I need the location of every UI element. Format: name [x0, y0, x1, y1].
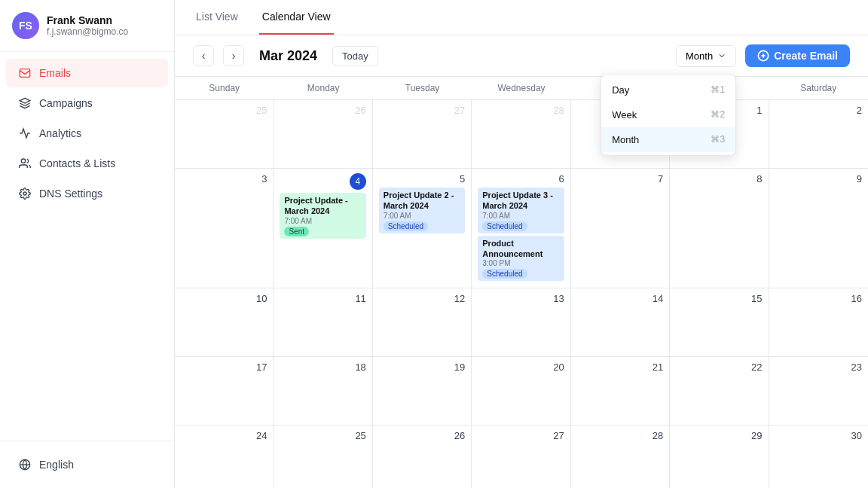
dropdown-item-month[interactable]: Month ⌘3	[601, 127, 735, 152]
today-button[interactable]: Today	[332, 46, 378, 66]
day-number: 25	[181, 105, 267, 116]
sidebar-item-dns-label: DNS Settings	[39, 188, 102, 200]
week-shortcut: ⌘2	[711, 109, 725, 120]
day-cell-w1-d6[interactable]: 9	[769, 169, 868, 288]
day-number: 8	[676, 173, 762, 185]
dropdown-item-day[interactable]: Day ⌘1	[601, 78, 735, 102]
event-title: Project Update - March 2024	[284, 195, 361, 217]
day-cell-w4-d0[interactable]: 24	[175, 425, 274, 488]
profile-email: f.j.swann@bigmo.co	[47, 26, 128, 37]
day-cell-w0-d2[interactable]: 27	[373, 100, 472, 168]
view-dropdown: Day ⌘1 Week ⌘2 Month ⌘3	[601, 74, 736, 156]
day-option-label: Day	[612, 84, 629, 96]
day-cell-w1-d3[interactable]: 6Project Update 3 - March 20247:00 AMSch…	[472, 169, 570, 288]
avatar: FS	[12, 12, 39, 39]
chart-icon	[18, 127, 32, 140]
week-row-2: 10111213141516	[175, 288, 868, 357]
week-row-1: 34Project Update - March 20247:00 AMSent…	[175, 169, 868, 288]
day-number: 3	[181, 173, 267, 185]
email-icon	[18, 66, 32, 80]
profile-name: Frank Swann	[47, 14, 128, 26]
day-cell-w4-d3[interactable]: 27	[472, 425, 570, 488]
day-cell-w2-d3[interactable]: 13	[472, 288, 570, 356]
day-cell-w2-d4[interactable]: 14	[571, 288, 670, 356]
day-number: 13	[478, 293, 564, 304]
event-1-3-0[interactable]: Project Update 3 - March 20247:00 AMSche…	[478, 188, 564, 233]
day-cell-w1-d0[interactable]: 3	[175, 169, 274, 288]
tab-list-view[interactable]: List View	[193, 0, 241, 35]
day-cell-w2-d2[interactable]: 12	[373, 288, 472, 356]
day-cell-w1-d2[interactable]: 5Project Update 2 - March 20247:00 AMSch…	[373, 169, 472, 288]
event-badge: Scheduled	[384, 221, 428, 231]
day-cell-w3-d2[interactable]: 19	[373, 357, 472, 425]
event-badge: Sent	[284, 227, 309, 236]
event-badge: Scheduled	[482, 221, 527, 231]
dropdown-item-week[interactable]: Week ⌘2	[601, 102, 735, 127]
sidebar-item-analytics[interactable]: Analytics	[6, 119, 168, 148]
day-cell-w2-d6[interactable]: 16	[769, 288, 868, 356]
sidebar-item-emails[interactable]: Emails	[6, 59, 168, 87]
day-cell-w3-d0[interactable]: 17	[175, 357, 274, 425]
sidebar-item-contacts-label: Contacts & Lists	[39, 157, 115, 169]
language-selector[interactable]: English	[6, 450, 168, 479]
next-button[interactable]: ›	[223, 45, 244, 66]
day-cell-w4-d5[interactable]: 29	[670, 425, 769, 488]
sidebar-item-dns[interactable]: DNS Settings	[6, 179, 168, 208]
day-number: 27	[379, 105, 465, 116]
day-cell-w0-d1[interactable]: 26	[274, 100, 372, 168]
day-cell-w1-d1[interactable]: 4Project Update - March 20247:00 AMSent	[274, 169, 372, 288]
language-label: English	[39, 459, 74, 471]
day-number: 30	[775, 430, 862, 441]
day-cell-w1-d4[interactable]: 7	[571, 169, 670, 288]
day-cell-w3-d4[interactable]: 21	[571, 357, 670, 425]
day-cell-w3-d1[interactable]: 18	[274, 357, 372, 425]
day-number: 23	[775, 361, 862, 373]
tab-calendar-view[interactable]: Calendar View	[259, 0, 334, 35]
sidebar-item-campaigns-label: Campaigns	[39, 97, 93, 109]
day-shortcut: ⌘1	[711, 84, 725, 95]
day-number: 29	[676, 430, 762, 441]
day-cell-w3-d6[interactable]: 23	[769, 357, 868, 425]
day-cell-w0-d6[interactable]: 2	[769, 100, 868, 168]
calendar-grid: Sunday Monday Tuesday Wednesday Thursday…	[175, 77, 868, 488]
sidebar-item-campaigns[interactable]: Campaigns	[6, 89, 168, 117]
day-cell-w2-d0[interactable]: 10	[175, 288, 274, 356]
create-email-button[interactable]: Create Email	[745, 44, 850, 67]
svg-point-2	[21, 159, 25, 163]
day-cell-w0-d0[interactable]: 25	[175, 100, 274, 168]
prev-button[interactable]: ‹	[193, 45, 214, 66]
day-cell-w0-d3[interactable]: 28	[472, 100, 570, 168]
day-number: 11	[280, 293, 365, 304]
calendar-title: Mar 2024	[259, 48, 317, 64]
day-cell-w2-d5[interactable]: 15	[670, 288, 769, 356]
day-cell-w1-d5[interactable]: 8	[670, 169, 769, 288]
sidebar-item-contacts[interactable]: Contacts & Lists	[6, 149, 168, 178]
profile-info: Frank Swann f.j.swann@bigmo.co	[47, 14, 128, 37]
header-monday: Monday	[274, 77, 372, 99]
svg-rect-0	[20, 69, 29, 78]
day-number: 28	[577, 430, 663, 441]
week-row-3: 17181920212223	[175, 357, 868, 425]
view-selector-button[interactable]: Month	[676, 45, 736, 67]
day-number: 22	[676, 361, 762, 373]
users-icon	[18, 157, 32, 170]
event-1-1-0[interactable]: Project Update - March 20247:00 AMSent	[280, 193, 365, 239]
day-cell-w2-d1[interactable]: 11	[274, 288, 372, 356]
event-1-2-0[interactable]: Project Update 2 - March 20247:00 AMSche…	[379, 188, 465, 233]
day-cell-w3-d5[interactable]: 22	[670, 357, 769, 425]
day-cell-w4-d1[interactable]: 25	[274, 425, 372, 488]
event-1-3-1[interactable]: Product Announcement3:00 PMScheduled	[478, 236, 564, 282]
week-option-label: Week	[612, 109, 637, 120]
profile-section: FS Frank Swann f.j.swann@bigmo.co	[0, 0, 174, 52]
sidebar-bottom: English	[0, 441, 174, 488]
day-cell-w4-d2[interactable]: 26	[373, 425, 472, 488]
day-number: 7	[577, 173, 663, 185]
event-time: 7:00 AM	[482, 212, 559, 220]
sidebar-nav: Emails Campaigns Analytics Contacts & Li…	[0, 52, 174, 441]
event-badge: Scheduled	[482, 269, 527, 279]
day-number: 2	[775, 105, 862, 116]
day-cell-w4-d4[interactable]: 28	[571, 425, 670, 488]
day-cell-w3-d3[interactable]: 20	[472, 357, 570, 425]
day-cell-w4-d6[interactable]: 30	[769, 425, 868, 488]
day-number: 17	[181, 361, 267, 373]
